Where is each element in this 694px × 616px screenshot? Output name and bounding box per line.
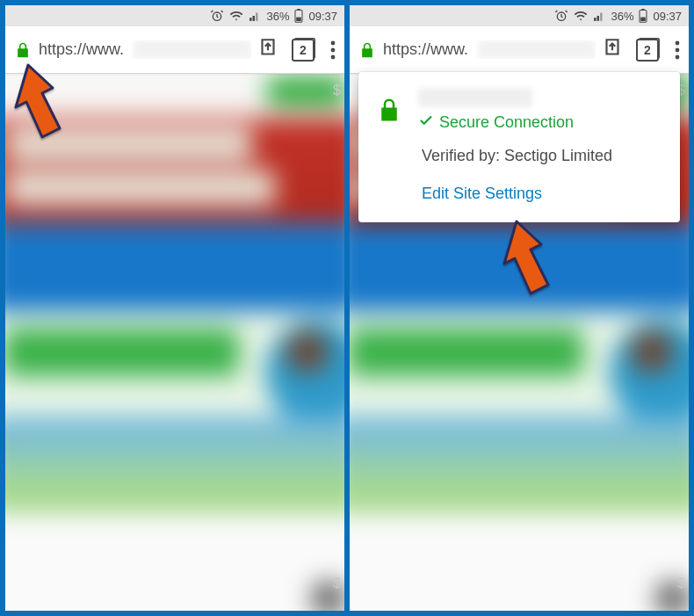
menu-dots-icon[interactable] xyxy=(671,40,683,60)
svg-rect-10 xyxy=(641,18,647,21)
watermark-dollar: $ xyxy=(333,83,341,98)
pointer-arrow-to-lock xyxy=(5,58,81,149)
watermark-dollar: $ xyxy=(333,576,341,591)
signal-icon xyxy=(249,10,261,22)
menu-dots-icon[interactable] xyxy=(327,40,339,60)
svg-rect-2 xyxy=(298,9,300,11)
lock-icon xyxy=(376,95,402,128)
svg-rect-9 xyxy=(642,9,645,11)
secure-connection-text: Secure Connection xyxy=(439,113,574,132)
lock-icon[interactable] xyxy=(14,40,32,60)
edit-site-settings-link[interactable]: Edit Site Settings xyxy=(422,185,662,203)
pointer-arrow-to-edit-site-settings xyxy=(490,214,569,306)
check-icon xyxy=(418,112,434,133)
svg-point-5 xyxy=(331,47,336,52)
url-prefix: https://www. xyxy=(39,40,124,58)
tab-count: 2 xyxy=(300,43,307,57)
svg-point-12 xyxy=(676,47,680,52)
url-prefix: https://www. xyxy=(383,40,468,58)
battery-percent: 36% xyxy=(266,10,289,23)
svg-point-13 xyxy=(676,54,680,59)
verified-by-label: Verified by: Sectigo Limited xyxy=(422,147,662,165)
url-redacted xyxy=(478,40,596,59)
url-redacted xyxy=(134,40,251,59)
battery-percent: 36% xyxy=(611,10,633,23)
svg-point-6 xyxy=(331,54,336,59)
address-bar-actions: 2 xyxy=(257,37,339,63)
phone-screenshot-left: 36% 09:37 https://www. 2 xyxy=(5,5,344,611)
tab-count: 2 xyxy=(644,43,651,57)
wifi-icon xyxy=(574,9,588,23)
lock-icon[interactable] xyxy=(358,40,376,60)
phone-screenshot-right: 36% 09:37 https://www. 2 xyxy=(350,5,689,611)
clock-time: 09:37 xyxy=(308,10,337,23)
browser-address-bar: https://www. 2 xyxy=(350,26,689,74)
site-info-popup: Secure Connection Verified by: Sectigo L… xyxy=(358,72,680,222)
battery-icon xyxy=(639,9,647,23)
url-text[interactable]: https://www. xyxy=(383,40,596,59)
tab-count-icon[interactable]: 2 xyxy=(636,39,659,62)
svg-point-4 xyxy=(331,40,336,45)
share-icon[interactable] xyxy=(601,37,624,63)
status-bar: 36% 09:37 xyxy=(350,5,689,26)
url-text[interactable]: https://www. xyxy=(39,40,251,59)
battery-icon xyxy=(294,9,303,23)
address-bar-actions: 2 xyxy=(601,37,683,63)
watermark-dollar: $ xyxy=(677,576,685,591)
status-bar: 36% 09:37 xyxy=(5,5,344,26)
wifi-icon xyxy=(229,9,243,23)
clock-time: 09:37 xyxy=(653,10,682,23)
svg-rect-3 xyxy=(297,18,302,21)
svg-point-11 xyxy=(676,40,680,45)
signal-icon xyxy=(593,10,605,22)
tutorial-frame: 36% 09:37 https://www. 2 xyxy=(0,0,694,616)
secure-connection-label: Secure Connection xyxy=(418,112,574,133)
alarm-icon xyxy=(554,9,568,23)
page-content-blurred xyxy=(5,74,344,611)
share-icon[interactable] xyxy=(257,37,279,63)
site-host-redacted xyxy=(418,88,532,107)
blurred-website-background xyxy=(5,74,344,611)
alarm-icon xyxy=(210,9,224,23)
tab-count-icon[interactable]: 2 xyxy=(292,39,314,62)
